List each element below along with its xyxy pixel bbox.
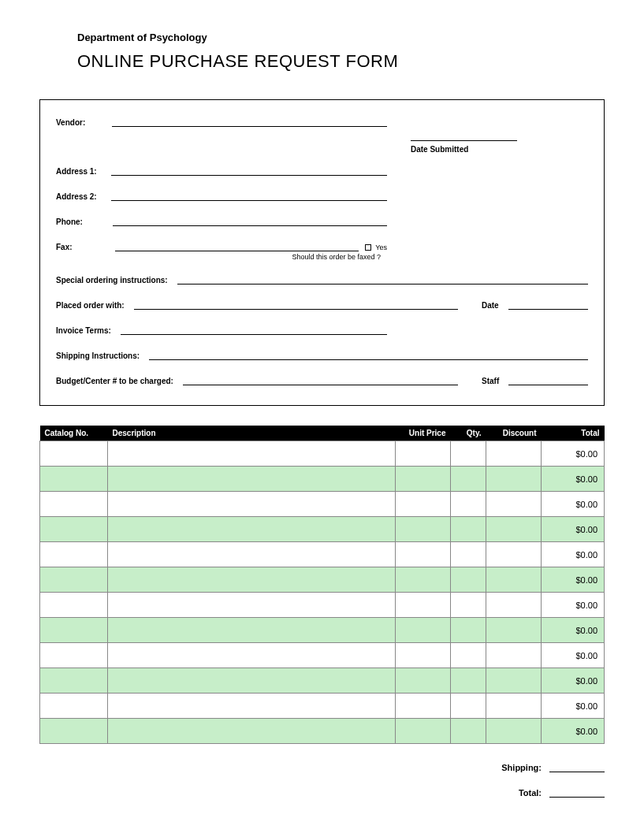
cell-catalog[interactable]: [40, 694, 108, 719]
budget-center-label: Budget/Center # to be charged:: [56, 377, 180, 385]
cell-catalog[interactable]: [40, 542, 108, 567]
cell-qty[interactable]: [451, 517, 486, 542]
cell-catalog[interactable]: [40, 719, 108, 744]
cell-discount[interactable]: [486, 719, 542, 744]
cell-total: $0.00: [542, 694, 605, 719]
cell-qty[interactable]: [451, 467, 486, 492]
cell-description[interactable]: [108, 593, 396, 618]
fax-input[interactable]: [115, 240, 359, 251]
cell-total: $0.00: [542, 542, 605, 567]
staff-input[interactable]: [508, 374, 588, 385]
cell-catalog[interactable]: [40, 618, 108, 643]
cell-description[interactable]: [108, 719, 396, 744]
cell-unit-price[interactable]: [396, 719, 451, 744]
special-instructions-input[interactable]: [177, 273, 588, 284]
placed-order-with-input[interactable]: [134, 299, 458, 310]
form-container: Vendor: Date Submitted Address 1: Addres…: [39, 99, 605, 406]
cell-qty[interactable]: [451, 643, 486, 668]
address2-label: Address 2:: [56, 192, 103, 201]
cell-qty[interactable]: [451, 618, 486, 643]
cell-catalog[interactable]: [40, 441, 108, 467]
cell-unit-price[interactable]: [396, 492, 451, 517]
fax-label: Fax:: [56, 243, 79, 251]
cell-unit-price[interactable]: [396, 567, 451, 593]
grand-total-input[interactable]: [549, 787, 605, 798]
cell-qty[interactable]: [451, 694, 486, 719]
cell-qty[interactable]: [451, 668, 486, 694]
address1-label: Address 1:: [56, 167, 103, 176]
vendor-input[interactable]: [112, 116, 387, 127]
cell-unit-price[interactable]: [396, 517, 451, 542]
totals-footer: Shipping: Total:: [39, 761, 605, 798]
cell-qty[interactable]: [451, 492, 486, 517]
cell-unit-price[interactable]: [396, 593, 451, 618]
cell-unit-price[interactable]: [396, 694, 451, 719]
invoice-terms-input[interactable]: [121, 324, 387, 335]
cell-total: $0.00: [542, 567, 605, 593]
budget-center-input[interactable]: [183, 374, 458, 385]
cell-discount[interactable]: [486, 694, 542, 719]
cell-discount[interactable]: [486, 542, 542, 567]
col-header-qty: Qty.: [451, 426, 486, 441]
col-header-unit-price: Unit Price: [396, 426, 451, 441]
vendor-label: Vendor:: [56, 118, 91, 127]
cell-catalog[interactable]: [40, 643, 108, 668]
address1-input[interactable]: [111, 165, 387, 176]
cell-total: $0.00: [542, 593, 605, 618]
date-input[interactable]: [508, 299, 588, 310]
shipping-instructions-input[interactable]: [149, 349, 588, 360]
cell-description[interactable]: [108, 567, 396, 593]
cell-unit-price[interactable]: [396, 467, 451, 492]
cell-description[interactable]: [108, 643, 396, 668]
cell-unit-price[interactable]: [396, 643, 451, 668]
cell-description[interactable]: [108, 517, 396, 542]
cell-description[interactable]: [108, 542, 396, 567]
invoice-terms-label: Invoice Terms:: [56, 326, 117, 335]
staff-label: Staff: [482, 377, 505, 385]
cell-unit-price[interactable]: [396, 441, 451, 467]
table-row: $0.00: [40, 467, 605, 492]
cell-catalog[interactable]: [40, 467, 108, 492]
table-row: $0.00: [40, 618, 605, 643]
shipping-total-input[interactable]: [549, 761, 605, 772]
fax-yes-checkbox[interactable]: [365, 244, 371, 251]
cell-total: $0.00: [542, 492, 605, 517]
cell-qty[interactable]: [451, 719, 486, 744]
fax-yes-label: Yes: [375, 244, 387, 251]
cell-catalog[interactable]: [40, 567, 108, 593]
cell-discount[interactable]: [486, 517, 542, 542]
phone-input[interactable]: [113, 215, 387, 226]
table-row: $0.00: [40, 668, 605, 694]
cell-qty[interactable]: [451, 593, 486, 618]
cell-discount[interactable]: [486, 593, 542, 618]
cell-discount[interactable]: [486, 567, 542, 593]
date-submitted-label: Date Submitted: [411, 145, 475, 154]
cell-qty[interactable]: [451, 542, 486, 567]
cell-unit-price[interactable]: [396, 668, 451, 694]
date-submitted-input[interactable]: [411, 130, 517, 141]
cell-description[interactable]: [108, 492, 396, 517]
cell-qty[interactable]: [451, 567, 486, 593]
cell-unit-price[interactable]: [396, 618, 451, 643]
cell-discount[interactable]: [486, 492, 542, 517]
table-row: $0.00: [40, 694, 605, 719]
cell-catalog[interactable]: [40, 668, 108, 694]
cell-discount[interactable]: [486, 618, 542, 643]
cell-unit-price[interactable]: [396, 542, 451, 567]
cell-description[interactable]: [108, 467, 396, 492]
cell-discount[interactable]: [486, 441, 542, 467]
cell-description[interactable]: [108, 694, 396, 719]
cell-description[interactable]: [108, 668, 396, 694]
address2-input[interactable]: [111, 190, 387, 201]
cell-total: $0.00: [542, 668, 605, 694]
cell-discount[interactable]: [486, 467, 542, 492]
cell-description[interactable]: [108, 441, 396, 467]
cell-total: $0.00: [542, 517, 605, 542]
cell-discount[interactable]: [486, 668, 542, 694]
cell-qty[interactable]: [451, 441, 486, 467]
cell-catalog[interactable]: [40, 517, 108, 542]
cell-catalog[interactable]: [40, 492, 108, 517]
cell-catalog[interactable]: [40, 593, 108, 618]
cell-discount[interactable]: [486, 643, 542, 668]
cell-description[interactable]: [108, 618, 396, 643]
